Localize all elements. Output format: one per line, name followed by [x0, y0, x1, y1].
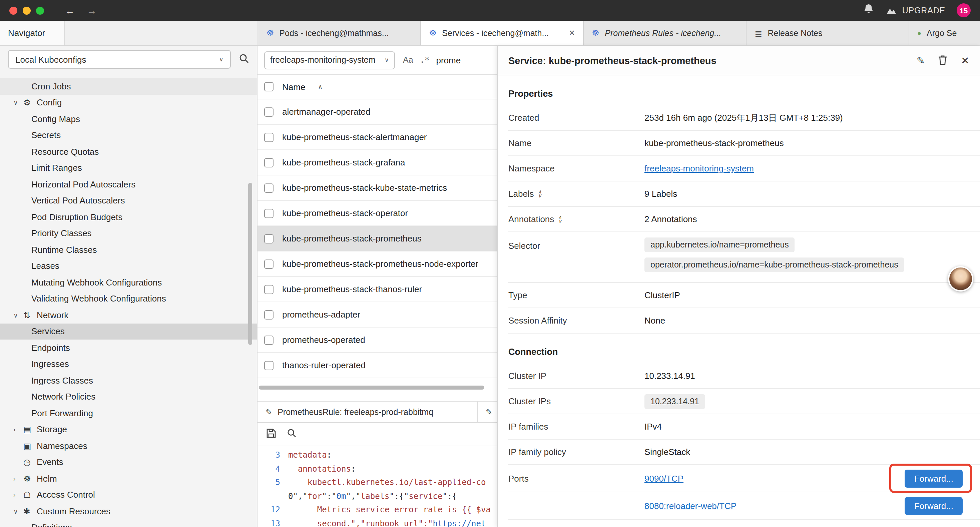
sidebar-item[interactable]: Ingresses [0, 356, 257, 372]
search-input[interactable]: prome [436, 55, 461, 65]
close-tab-icon[interactable]: ✕ [569, 29, 575, 37]
sidebar-item[interactable]: › ☖ Access Control [0, 487, 257, 503]
service-row[interactable]: kube-prometheus-stack-kube-state-metrics [258, 175, 497, 201]
sidebar-item[interactable]: ∨ ⚙ Config [0, 94, 257, 111]
sidebar-item[interactable]: Mutating Webhook Configurations [0, 274, 257, 291]
back-button[interactable]: ← [65, 5, 75, 15]
match-case-toggle[interactable]: Aa [403, 56, 413, 65]
editor-toolbar [258, 423, 497, 446]
port-link[interactable]: 8080:reloader-web/TCP [644, 501, 737, 511]
expand-toggle-icon[interactable]: ∧∨ [538, 190, 542, 198]
kubeconfig-selector[interactable]: Local Kubeconfigs ∨ [8, 50, 231, 69]
service-row[interactable]: kube-prometheus-stack-alertmanager [258, 125, 497, 150]
labels-count[interactable]: 9 Labels [644, 189, 677, 199]
row-checkbox[interactable] [264, 234, 274, 243]
sidebar-item[interactable]: › ☸ Helm [0, 470, 257, 487]
regex-toggle[interactable]: .* [420, 56, 430, 65]
edit-pencil-icon[interactable]: ✎ [916, 56, 925, 65]
select-all-checkbox[interactable] [264, 82, 274, 91]
row-checkbox[interactable] [264, 259, 274, 269]
sidebar-item[interactable]: Ingress Classes [0, 372, 257, 388]
row-checkbox[interactable] [264, 158, 274, 167]
row-checkbox[interactable] [264, 183, 274, 193]
sidebar-item[interactable]: ▣ Namespaces [0, 438, 257, 454]
service-row[interactable]: kube-prometheus-stack-prometheus [258, 226, 497, 252]
sidebar-item[interactable]: ∨ ⇅ Network [0, 307, 257, 323]
sidebar-item[interactable]: Runtime Classes [0, 242, 257, 258]
sort-asc-icon[interactable]: ∧ [318, 83, 322, 90]
editor-tab[interactable]: ☸ Services - icecheng@math... ✕ [421, 21, 584, 45]
bell-icon[interactable] [864, 3, 874, 18]
sidebar-item[interactable]: Network Policies [0, 388, 257, 405]
sidebar-item[interactable]: Resource Quotas [0, 143, 257, 160]
forward-button[interactable]: → [87, 5, 97, 15]
forward-button[interactable]: Forward... [905, 497, 963, 515]
sidebar-item[interactable]: Port Forwarding [0, 405, 257, 421]
edit-pencil-icon: ✎ [486, 407, 492, 417]
service-row[interactable]: kube-prometheus-stack-thanos-ruler [258, 277, 497, 302]
search-icon[interactable] [239, 53, 249, 66]
service-row[interactable]: thanos-ruler-operated [258, 353, 497, 378]
row-checkbox[interactable] [264, 285, 274, 294]
trash-icon[interactable] [938, 54, 948, 66]
row-checkbox[interactable] [264, 209, 274, 218]
sidebar-item[interactable]: ∨ ✱ Custom Resources [0, 503, 257, 519]
service-row[interactable]: prometheus-operated [258, 328, 497, 353]
namespace-selector[interactable]: freeleaps-monitoring-system ∨ [264, 51, 395, 69]
service-row[interactable]: alertmanager-operated [258, 99, 497, 125]
service-row[interactable]: kube-prometheus-stack-operator [258, 201, 497, 226]
row-checkbox[interactable] [264, 107, 274, 116]
dock-tab-next[interactable]: ✎ [478, 401, 497, 422]
sidebar-item[interactable]: Vertical Pod Autoscalers [0, 193, 257, 209]
sidebar-item[interactable]: Config Maps [0, 111, 257, 127]
sidebar-item[interactable]: › ▤ Storage [0, 421, 257, 438]
close-window-button[interactable] [10, 6, 18, 14]
sidebar-item[interactable]: Secrets [0, 127, 257, 143]
service-row[interactable]: prometheus-adapter [258, 302, 497, 328]
zoom-window-button[interactable] [36, 6, 44, 14]
kubernetes-icon: ☸ [592, 29, 600, 37]
notification-badge[interactable]: 15 [957, 3, 970, 18]
row-checkbox[interactable] [264, 361, 274, 370]
annotations-count[interactable]: 2 Annotations [644, 214, 697, 224]
name-column-header[interactable]: Name [282, 82, 305, 92]
namespace-link[interactable]: freeleaps-monitoring-system [644, 164, 754, 174]
sidebar-item-label: Mutating Webhook Configurations [31, 277, 162, 288]
service-row[interactable]: kube-prometheus-stack-prometheus-node-ex… [258, 252, 497, 277]
sidebar-item[interactable]: Priority Classes [0, 225, 257, 242]
forward-button[interactable]: Forward... [905, 469, 963, 487]
upgrade-button[interactable]: UPGRADE [886, 6, 945, 15]
sidebar-scrollbar[interactable] [248, 183, 252, 345]
expand-toggle-icon[interactable]: ∧∨ [558, 215, 562, 223]
save-icon[interactable] [266, 428, 276, 441]
row-checkbox[interactable] [264, 335, 274, 345]
editor-tab[interactable]: ☸ Pods - icecheng@mathmas... [258, 21, 421, 45]
sidebar-item[interactable]: Services [0, 323, 257, 339]
sidebar-item[interactable]: Validating Webhook Configurations [0, 291, 257, 307]
scrollbar-thumb[interactable] [259, 385, 484, 390]
search-icon[interactable] [287, 428, 296, 440]
sidebar-item[interactable]: Pod Disruption Budgets [0, 209, 257, 225]
row-checkbox[interactable] [264, 132, 274, 142]
sidebar-item[interactable]: Limit Ranges [0, 160, 257, 176]
editor-tab[interactable]: ≣ Release Notes [746, 21, 909, 45]
close-icon[interactable]: ✕ [961, 56, 969, 65]
dock-tab-prometheusrule[interactable]: ✎ PrometheusRule: freeleaps-prod-rabbitm… [258, 401, 478, 422]
navigator-panel-tab[interactable]: Navigator [0, 21, 64, 45]
editor-tab[interactable]: ☸ Prometheus Rules - icecheng... [584, 21, 746, 45]
row-checkbox[interactable] [264, 310, 274, 319]
sidebar-item[interactable]: Endpoints [0, 339, 257, 356]
editor-tab[interactable]: ● Argo Se [909, 21, 980, 45]
sidebar-item[interactable]: ◷ Events [0, 454, 257, 470]
sidebar-item[interactable]: Leases [0, 258, 257, 274]
sidebar-item[interactable]: Horizontal Pod Autoscalers [0, 176, 257, 193]
minimize-window-button[interactable] [23, 6, 31, 14]
sidebar-item[interactable]: Definitions [0, 519, 257, 527]
service-row[interactable]: kube-prometheus-stack-grafana [258, 150, 497, 175]
yaml-editor[interactable]: 3 metadata: 4 annotations: 5 kubectl.kub… [258, 446, 497, 527]
horizontal-scrollbar[interactable] [258, 382, 497, 393]
avatar[interactable] [948, 266, 973, 291]
port-link[interactable]: 9090/TCP [644, 473, 684, 483]
sidebar-item[interactable]: Cron Jobs [0, 78, 257, 94]
search-field[interactable]: Aa .* prome [403, 55, 461, 65]
